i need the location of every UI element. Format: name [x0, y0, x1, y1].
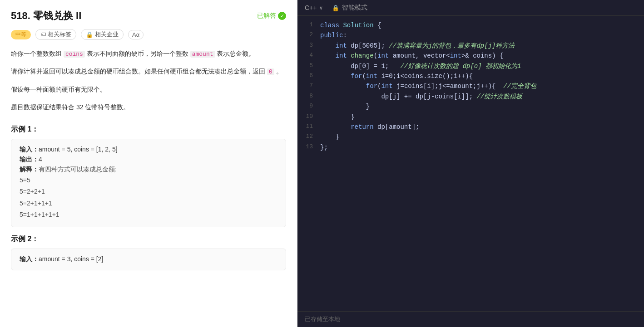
problem-content: 518. 零钱兑换 II 已解答 ✓ 中等 🏷 相关标签 🔒 相关企业 Aα 给… — [0, 0, 297, 327]
example1-input: 输入：amount = 5, coins = [1, 2, 5] — [20, 146, 277, 154]
line-num-7: 7 — [297, 81, 320, 91]
line-num-1: 1 — [297, 20, 320, 30]
description-p3: 假设每一种面额的硬币有无限个。 — [11, 84, 286, 95]
line-code-6: for(int i=0;i<coins.size();i++){ — [320, 71, 644, 81]
title-row: 518. 零钱兑换 II 已解答 ✓ — [11, 9, 286, 23]
example2-title: 示例 2： — [11, 234, 286, 244]
code-line-5: 5 dp[0] = 1; //好像统计次数的题 dp[o] 都初始化为1 — [297, 61, 644, 71]
footer-label: 已存储至本地 — [305, 316, 340, 322]
editor-header: C++ ∨ 🔒 智能模式 — [297, 0, 644, 16]
line-num-10: 10 — [297, 112, 320, 122]
code-line-7: 7 for(int j=coins[i];j<=amount;j++){ //完… — [297, 81, 644, 91]
language-selector[interactable]: C++ ∨ — [305, 4, 323, 11]
line-code-2: public: — [320, 30, 644, 40]
difficulty-tag[interactable]: 中等 — [11, 30, 31, 39]
line-num-8: 8 — [297, 92, 320, 101]
tags-row: 中等 🏷 相关标签 🔒 相关企业 Aα — [11, 29, 286, 40]
example1-explanation: 解释：有四种方式可以凑成总金额: — [20, 166, 277, 174]
code-editor[interactable]: 1 class Solution { 2 public: 3 int dp[50… — [297, 16, 644, 311]
code-line-13: 13 }; — [297, 142, 644, 152]
line-num-5: 5 — [297, 61, 320, 71]
code-line-8: 8 dp[j] += dp[j-coins[i]]; //统计次数模板 — [297, 92, 644, 102]
line-num-3: 3 — [297, 41, 320, 50]
line-num-12: 12 — [297, 132, 320, 142]
line-code-5: dp[0] = 1; //好像统计次数的题 dp[o] 都初始化为1 — [320, 61, 644, 71]
smart-mode-toggle[interactable]: 🔒 智能模式 — [332, 4, 367, 12]
code-line-6: 6 for(int i=0;i<coins.size();i++){ — [297, 71, 644, 81]
line-code-4: int change(int amount, vector<int>& coin… — [320, 51, 644, 61]
description-p1: 给你一个整数数组 coins 表示不同面额的硬币，另给一个整数 amount 表… — [11, 48, 286, 59]
code-line-2: 2 public: — [297, 30, 644, 40]
example1-list: 5=55=2+2+15=2+1+1+15=1+1+1+1+1 — [20, 175, 277, 220]
editor-footer: 已存储至本地 — [297, 311, 644, 327]
code-line-9: 9 } — [297, 102, 644, 112]
smart-mode-label: 智能模式 — [342, 4, 367, 12]
line-code-9: } — [320, 102, 644, 112]
example1-output: 输出：4 — [20, 156, 277, 164]
related-company-label: 相关企业 — [95, 30, 119, 39]
example2-input: 输入：amount = 3, coins = [2] — [20, 255, 277, 264]
example2-box: 输入：amount = 3, coins = [2] — [11, 249, 286, 270]
example1-title: 示例 1： — [11, 125, 286, 134]
check-icon: ✓ — [278, 12, 286, 20]
example1-box: 输入：amount = 5, coins = [1, 2, 5] 输出：4 解释… — [11, 139, 286, 227]
solved-badge: 已解答 ✓ — [257, 12, 286, 20]
line-code-1: class Solution { — [320, 20, 644, 30]
font-label: Aα — [132, 31, 139, 38]
font-size-button[interactable]: Aα — [128, 30, 144, 39]
description-p4: 题目数据保证结果符合 32 位带符号整数。 — [11, 102, 286, 113]
line-num-4: 4 — [297, 51, 320, 60]
line-code-8: dp[j] += dp[j-coins[i]]; //统计次数模板 — [320, 92, 644, 102]
related-tags-label: 相关标签 — [48, 30, 71, 39]
lock-tag-icon: 🔒 — [86, 31, 93, 38]
related-company-button[interactable]: 🔒 相关企业 — [81, 29, 124, 40]
language-label: C++ — [305, 4, 317, 11]
left-panel: 518. 零钱兑换 II 已解答 ✓ 中等 🏷 相关标签 🔒 相关企业 Aα 给… — [0, 0, 297, 327]
line-code-13: }; — [320, 142, 644, 152]
smart-mode-lock-icon: 🔒 — [332, 5, 339, 11]
code-line-10: 10 } — [297, 112, 644, 122]
right-panel: C++ ∨ 🔒 智能模式 1 class Solution { 2 public… — [297, 0, 644, 327]
code-line-1: 1 class Solution { — [297, 20, 644, 30]
solved-label: 已解答 — [257, 12, 276, 20]
line-code-10: } — [320, 112, 644, 122]
code-line-4: 4 int change(int amount, vector<int>& co… — [297, 51, 644, 61]
line-code-3: int dp[5005]; //装满容量为j的背包，最多有dp[j]种方法 — [320, 41, 644, 51]
code-line-12: 12 } — [297, 132, 644, 142]
line-code-11: return dp[amount]; — [320, 122, 644, 132]
tag-icon: 🏷 — [40, 31, 46, 38]
problem-title: 518. 零钱兑换 II — [11, 9, 81, 23]
line-num-9: 9 — [297, 102, 320, 111]
line-num-11: 11 — [297, 122, 320, 132]
lang-chevron-icon: ∨ — [319, 5, 323, 11]
line-code-7: for(int j=coins[i];j<=amount;j++){ //完全背… — [320, 81, 644, 91]
line-num-13: 13 — [297, 142, 320, 152]
related-tags-button[interactable]: 🏷 相关标签 — [35, 29, 76, 40]
line-num-6: 6 — [297, 71, 320, 81]
code-line-3: 3 int dp[5005]; //装满容量为j的背包，最多有dp[j]种方法 — [297, 41, 644, 51]
line-code-12: } — [320, 132, 644, 142]
description-p2: 请你计算并返回可以凑成总金额的硬币组合数。如果任何硬币组合都无法凑出总金额，返回… — [11, 66, 286, 77]
line-num-2: 2 — [297, 30, 320, 40]
code-line-11: 11 return dp[amount]; — [297, 122, 644, 132]
